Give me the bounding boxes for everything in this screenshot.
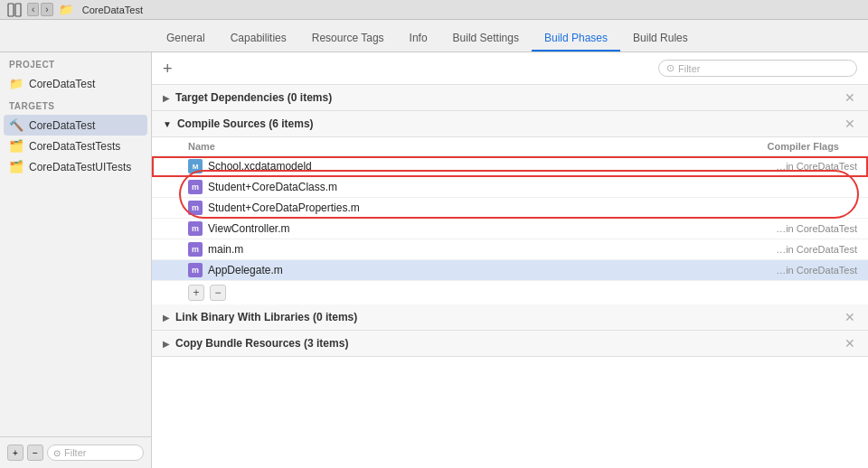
- col-name-header: Name: [188, 141, 722, 152]
- title-bar-project-name: CoreDataTest: [82, 5, 143, 15]
- sidebar-project-item[interactable]: 📁 CoreDataTest: [0, 73, 151, 94]
- sidebar-item-coredata-ui-tests[interactable]: 🗂️ CoreDataTestUITests: [0, 156, 151, 177]
- tab-build-rules[interactable]: Build Rules: [620, 26, 701, 51]
- sidebar-item-coredata-tests[interactable]: 🗂️ CoreDataTestTests: [0, 136, 151, 156]
- project-section-label: PROJECT: [0, 52, 151, 73]
- tab-build-settings[interactable]: Build Settings: [440, 26, 532, 51]
- sidebar-target-label-1: CoreDataTestTests: [29, 140, 120, 153]
- phase-compile-sources-columns: Name Compiler Flags: [152, 137, 868, 156]
- target-icon-0: 🔨: [9, 118, 24, 132]
- file-name-appdelegate: AppDelegate.m: [208, 264, 772, 276]
- compile-sources-remove-btn[interactable]: −: [210, 285, 226, 301]
- svg-rect-0: [8, 4, 14, 16]
- file-name-main: main.m: [208, 243, 772, 256]
- phases-list: ▶ Target Dependencies (0 items) ✕ ▼ Comp…: [152, 85, 868, 468]
- project-icon: 📁: [59, 3, 73, 16]
- title-bar-nav: ‹ ›: [27, 3, 53, 16]
- main-content: PROJECT 📁 CoreDataTest TARGETS 🔨 CoreDat…: [0, 52, 868, 468]
- file-row-main-m[interactable]: m main.m …in CoreDataTest: [152, 239, 868, 260]
- sidebar: PROJECT 📁 CoreDataTest TARGETS 🔨 CoreDat…: [0, 52, 152, 468]
- phase-target-dependencies: ▶ Target Dependencies (0 items) ✕: [152, 85, 868, 111]
- svg-rect-1: [15, 4, 21, 16]
- sidebar-remove-button[interactable]: −: [27, 445, 43, 461]
- sidebar-add-button[interactable]: +: [7, 445, 24, 461]
- tabs-bar: General Capabilities Resource Tags Info …: [0, 20, 868, 52]
- target-icon-2: 🗂️: [9, 160, 24, 173]
- oval-highlight-container: m Student+CoreDataClass.m m Student+C: [152, 177, 868, 219]
- content-area: + ⊙ Filter ▶ Target Dependencies (0 item…: [152, 52, 868, 468]
- phase-close-2[interactable]: ✕: [843, 310, 857, 324]
- phase-target-dependencies-header[interactable]: ▶ Target Dependencies (0 items) ✕: [152, 85, 868, 111]
- phase-compile-sources-header[interactable]: ▼ Compile Sources (6 items) ✕: [152, 111, 868, 137]
- m-icon-2: m: [188, 221, 203, 236]
- phase-title-1: Compile Sources (6 items): [177, 117, 843, 130]
- sidebar-item-coredata-test[interactable]: 🔨 CoreDataTest: [4, 115, 147, 136]
- title-bar: ‹ › 📁 CoreDataTest: [0, 0, 868, 20]
- tab-build-phases[interactable]: Build Phases: [532, 26, 620, 51]
- phase-copy-bundle: ▶ Copy Bundle Resources (3 items) ✕: [152, 331, 868, 357]
- file-row-school-xcdatamodeld[interactable]: M School.xcdatamodeld …in CoreDataTest: [152, 156, 868, 177]
- phase-link-binary: ▶ Link Binary With Libraries (0 items) ✕: [152, 304, 868, 331]
- m-icon-0: m: [188, 180, 203, 194]
- xcdatamodel-icon: M: [188, 159, 203, 173]
- file-location-appdelegate: …in CoreDataTest: [776, 265, 857, 276]
- phase-arrow-3: ▶: [163, 339, 170, 349]
- phase-arrow-0: ▶: [163, 93, 170, 103]
- content-filter-bar[interactable]: ⊙ Filter: [658, 60, 857, 77]
- app-window: ‹ › 📁 CoreDataTest General Capabilities …: [0, 0, 868, 468]
- file-row-viewcontroller[interactable]: m ViewController.m …in CoreDataTest: [152, 219, 868, 239]
- content-filter-icon: ⊙: [666, 62, 675, 74]
- compile-sources-add-btn[interactable]: +: [188, 285, 204, 301]
- file-name-student-props: Student+CoreDataProperties.m: [208, 201, 854, 214]
- file-row-student-coredata-class[interactable]: m Student+CoreDataClass.m: [152, 177, 868, 198]
- content-toolbar: + ⊙ Filter: [152, 52, 868, 85]
- m-icon-1: m: [188, 201, 203, 215]
- file-location-school: …in CoreDataTest: [776, 161, 857, 172]
- sidebar-target-label-2: CoreDataTestUITests: [29, 161, 131, 173]
- file-row-student-coredata-properties[interactable]: m Student+CoreDataProperties.m: [152, 198, 868, 219]
- col-flags-header: Compiler Flags: [722, 141, 857, 152]
- file-row-appdelegate[interactable]: m AppDelegate.m …in CoreDataTest: [152, 260, 868, 281]
- sidebar-filter-icon: ⊙: [53, 448, 61, 458]
- phase-compile-sources: ▼ Compile Sources (6 items) ✕ Name Compi…: [152, 111, 868, 304]
- phase-copy-bundle-header[interactable]: ▶ Copy Bundle Resources (3 items) ✕: [152, 331, 868, 357]
- sidebar-bottom: + − ⊙ Filter: [0, 436, 151, 468]
- phase-title-2: Link Binary With Libraries (0 items): [175, 311, 843, 323]
- phase-arrow-1: ▼: [163, 119, 172, 129]
- phase-title-0: Target Dependencies (0 items): [175, 91, 843, 104]
- file-location-main: …in CoreDataTest: [776, 244, 857, 255]
- m-icon-4: m: [188, 263, 203, 277]
- forward-button[interactable]: ›: [41, 3, 52, 16]
- phase-close-3[interactable]: ✕: [843, 336, 857, 351]
- content-add-button[interactable]: +: [163, 61, 173, 77]
- targets-section-label: TARGETS: [0, 94, 151, 115]
- sidebar-project-label: CoreDataTest: [29, 78, 95, 90]
- phase-link-binary-header[interactable]: ▶ Link Binary With Libraries (0 items) ✕: [152, 304, 868, 331]
- project-folder-icon: 📁: [9, 77, 24, 90]
- phase-close-1[interactable]: ✕: [843, 117, 857, 131]
- navigator-icon: [7, 3, 22, 17]
- phase-title-3: Copy Bundle Resources (3 items): [175, 337, 843, 350]
- phase-compile-sources-footer: + −: [152, 281, 868, 304]
- phase-close-0[interactable]: ✕: [843, 90, 857, 105]
- back-button[interactable]: ‹: [27, 3, 39, 16]
- content-filter-placeholder: Filter: [678, 63, 700, 74]
- sidebar-filter-placeholder: Filter: [64, 447, 86, 458]
- tab-capabilities[interactable]: Capabilities: [218, 26, 299, 51]
- sidebar-target-label-0: CoreDataTest: [29, 119, 95, 132]
- sidebar-filter-box[interactable]: ⊙ Filter: [47, 445, 144, 461]
- tab-info[interactable]: Info: [397, 26, 440, 51]
- tab-resource-tags[interactable]: Resource Tags: [299, 26, 397, 51]
- tab-general[interactable]: General: [154, 26, 218, 51]
- file-name-school: School.xcdatamodeld: [208, 160, 772, 173]
- phase-arrow-2: ▶: [163, 313, 170, 323]
- file-name-student-class: Student+CoreDataClass.m: [208, 181, 854, 193]
- file-name-viewcontroller: ViewController.m: [208, 222, 772, 235]
- target-icon-1: 🗂️: [9, 139, 24, 153]
- file-location-viewcontroller: …in CoreDataTest: [776, 223, 857, 234]
- m-icon-3: m: [188, 242, 203, 257]
- phase-compile-sources-body: Name Compiler Flags M School.xcdatamodel…: [152, 137, 868, 304]
